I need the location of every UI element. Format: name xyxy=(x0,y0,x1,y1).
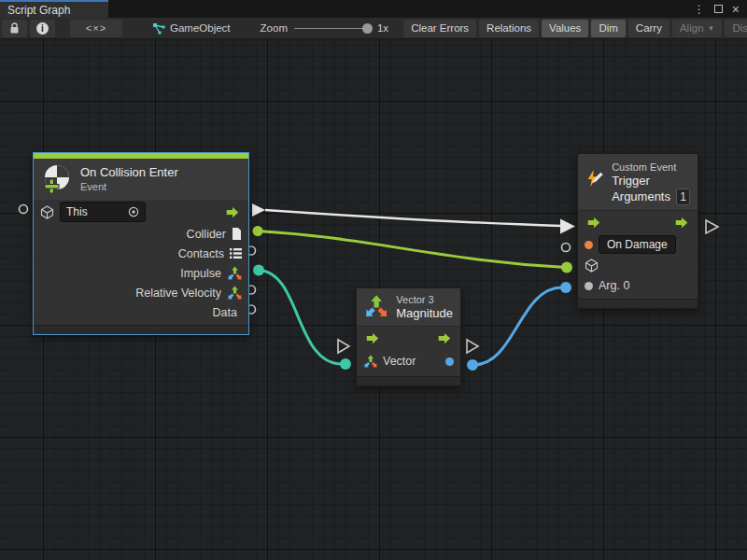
port-row-collider: Collider xyxy=(34,224,248,244)
event-flow-out-port[interactable] xyxy=(252,203,265,217)
code-icon: <×> xyxy=(86,22,106,34)
arguments-label: Arguments xyxy=(612,189,670,204)
wire-flow-arrowhead xyxy=(560,219,575,234)
event-name-inner-dot[interactable] xyxy=(585,241,593,249)
port-row-impulse: Impulse xyxy=(34,263,248,283)
graph-toolbar: i <×> GameObject Zoom 1x Clear Errors xyxy=(0,18,747,39)
zoom-slider[interactable] xyxy=(294,28,371,29)
graph-canvas[interactable]: On Collision Enter Event This xyxy=(0,39,747,560)
clear-errors-button[interactable]: Clear Errors xyxy=(403,20,476,37)
trigger-arg0-in-port[interactable] xyxy=(560,282,571,293)
trigger-name-in-port[interactable] xyxy=(562,244,571,252)
document-icon xyxy=(232,228,242,240)
wire-flow[interactable] xyxy=(265,210,561,226)
vector3-icon xyxy=(363,355,377,369)
carry-toggle[interactable]: Carry xyxy=(628,20,669,37)
trigger-target-in-port[interactable] xyxy=(561,262,572,273)
node-subtitle: Event xyxy=(80,180,178,193)
node-footer xyxy=(34,325,248,334)
chevron-down-icon: ▼ xyxy=(708,24,715,33)
port-row-contacts: Contacts xyxy=(34,244,248,263)
arguments-count-field[interactable]: 1 xyxy=(676,189,690,205)
close-icon[interactable]: × xyxy=(732,3,740,16)
script-graph-window: Script Graph ⋮ × i <×> xyxy=(0,0,747,560)
flow-out-arrow-icon[interactable] xyxy=(672,217,691,229)
magnitude-flow-in-port[interactable] xyxy=(338,340,349,353)
info-icon: i xyxy=(36,22,49,35)
wire-impulse[interactable] xyxy=(259,271,342,365)
node-category: Custom Event xyxy=(612,161,690,174)
trigger-flow-out-port[interactable] xyxy=(706,220,718,233)
vector3-icon xyxy=(227,266,242,281)
flow-in-arrow-icon[interactable] xyxy=(363,332,382,344)
magnitude-vector-in-port[interactable] xyxy=(340,358,351,370)
event-input-port[interactable] xyxy=(20,205,28,214)
impulse-out-port[interactable] xyxy=(253,265,264,276)
node-header: Vector 3 Magnitude xyxy=(357,288,460,326)
node-header: Custom Event Trigger Arguments 1 xyxy=(578,154,698,210)
node-on-collision-enter[interactable]: On Collision Enter Event This xyxy=(33,152,249,335)
port-row-relative-velocity: Relative Velocity xyxy=(34,283,248,302)
self-target-row: This xyxy=(34,200,248,224)
port-row-arg0: Arg. 0 xyxy=(578,275,698,296)
zoom-label: Zoom xyxy=(261,22,288,34)
flow-out-arrow-icon[interactable] xyxy=(223,206,242,218)
node-footer xyxy=(357,376,460,385)
distribute-dropdown[interactable]: Distribute ▼ xyxy=(725,20,747,37)
padlock-icon xyxy=(9,22,20,35)
lock-button[interactable] xyxy=(2,20,27,37)
wire-collider[interactable] xyxy=(258,231,566,268)
object-picker-icon[interactable] xyxy=(128,206,139,217)
align-dropdown[interactable]: Align ▼ xyxy=(672,20,723,37)
collision-event-icon xyxy=(41,163,73,195)
flow-row xyxy=(357,326,460,349)
graph-icon xyxy=(152,22,165,35)
graph-target[interactable]: GameObject xyxy=(152,22,231,35)
event-name-field[interactable]: On Damage xyxy=(599,235,676,254)
node-trigger-custom-event[interactable]: Custom Event Trigger Arguments 1 xyxy=(577,153,698,309)
custom-event-icon xyxy=(585,164,604,194)
values-toggle[interactable]: Values xyxy=(542,20,588,37)
vector3-icon xyxy=(227,286,242,301)
vector3-icon xyxy=(364,294,388,320)
node-header: On Collision Enter Event xyxy=(34,159,248,200)
maximize-icon[interactable] xyxy=(714,5,723,13)
cube-icon xyxy=(40,205,54,219)
node-title: Magnitude xyxy=(396,306,453,321)
arg0-inner-dot[interactable] xyxy=(585,282,593,290)
flow-row xyxy=(578,210,698,234)
port-row-event-name: On Damage xyxy=(578,234,698,255)
wire-magnitude[interactable] xyxy=(473,287,562,365)
self-target-field[interactable]: This xyxy=(60,202,146,222)
titlebar: Script Graph ⋮ × xyxy=(0,0,747,18)
port-row-vector: Vector xyxy=(357,349,460,373)
tab-script-graph[interactable]: Script Graph xyxy=(0,0,108,18)
zoom-value: 1x xyxy=(377,22,388,34)
cube-icon xyxy=(585,259,599,273)
flow-out-arrow-icon[interactable] xyxy=(435,332,454,344)
magnitude-result-out-port[interactable] xyxy=(467,359,478,371)
node-title: Trigger xyxy=(612,174,690,189)
tab-label: Script Graph xyxy=(7,4,70,17)
node-title: On Collision Enter xyxy=(80,165,178,180)
window-menu-icon[interactable]: ⋮ xyxy=(694,4,705,15)
flow-in-arrow-icon[interactable] xyxy=(585,217,603,229)
graph-target-label: GameObject xyxy=(170,22,231,34)
list-icon xyxy=(230,248,242,259)
collider-out-port[interactable] xyxy=(253,226,263,236)
zoom-slider-handle[interactable] xyxy=(362,23,373,34)
node-footer xyxy=(578,299,698,308)
magnitude-inner-out-dot[interactable] xyxy=(445,357,454,366)
port-row-data: Data xyxy=(34,302,248,322)
relations-button[interactable]: Relations xyxy=(479,20,539,37)
magnitude-flow-out-port[interactable] xyxy=(467,340,478,353)
node-category: Vector 3 xyxy=(396,293,453,306)
code-preview-button[interactable]: <×> xyxy=(70,20,122,37)
info-button[interactable]: i xyxy=(30,20,55,37)
port-row-target xyxy=(578,255,698,275)
node-vector3-magnitude[interactable]: Vector 3 Magnitude Vector xyxy=(356,287,461,386)
dim-toggle[interactable]: Dim xyxy=(591,20,625,37)
